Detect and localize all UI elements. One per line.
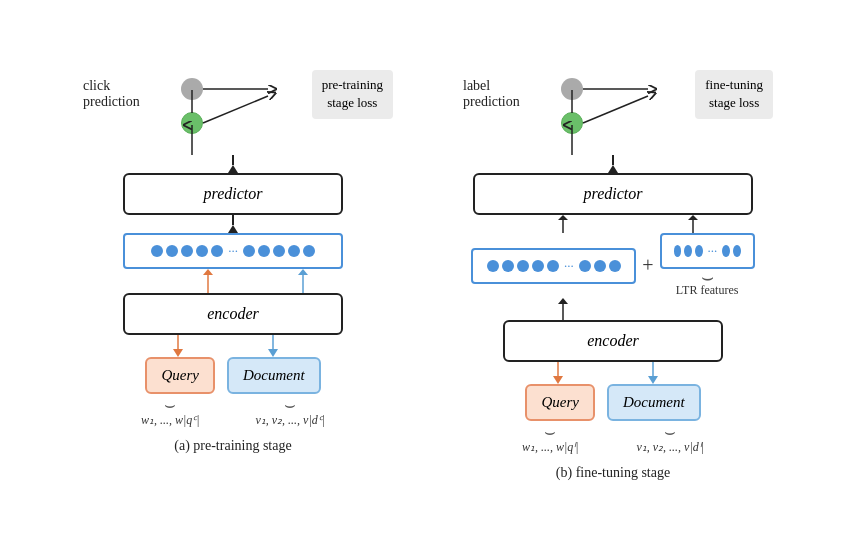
- ft-arrow-line: [612, 155, 614, 165]
- svg-marker-23: [553, 376, 563, 384]
- ft-query-label: Query: [541, 394, 579, 410]
- ft-query-brace-group: ⌣ w₁, ..., w|qˡ|: [522, 425, 579, 454]
- dot-1: [151, 245, 163, 257]
- pre-training-query-label: Query: [161, 367, 199, 383]
- arrow-head: [228, 165, 238, 173]
- svg-marker-25: [648, 376, 658, 384]
- ltr-dot-5: [733, 245, 741, 257]
- pre-training-diagram: click prediction pre-trainingstage loss: [73, 70, 393, 453]
- ft-caption: (b) fine-tuning stage: [556, 465, 670, 481]
- svg-marker-19: [688, 215, 698, 220]
- dot-7: [258, 245, 270, 257]
- ft-input-arrows-svg: [503, 362, 723, 384]
- ft-caption-text: (b) fine-tuning stage: [556, 465, 670, 480]
- ltr-dots-ellipsis: ···: [708, 243, 718, 259]
- svg-marker-5: [203, 269, 213, 275]
- ft-predictor-label: predictor: [584, 185, 643, 202]
- fine-tuning-top-area: label prediction fine-tuningstage loss: [453, 70, 773, 155]
- ft-arrow-head: [608, 165, 618, 173]
- ft-encoder-box: encoder: [503, 320, 723, 362]
- ft-dot-6: [579, 260, 591, 272]
- dot-9: [288, 245, 300, 257]
- ft-encoder-up-svg: [473, 298, 753, 320]
- ft-main-dots-box: ···: [471, 248, 636, 284]
- dot-5: [211, 245, 223, 257]
- pre-training-dots-box: ···: [123, 233, 343, 269]
- ltr-features-label: LTR features: [676, 283, 739, 298]
- pre-training-arrow-to-predictor: [228, 155, 238, 173]
- ft-query-box: Query: [525, 384, 595, 421]
- dot-3: [181, 245, 193, 257]
- pre-training-predictor-label: predictor: [204, 185, 263, 202]
- ft-dots-ellipsis: ···: [564, 258, 574, 274]
- encoder-input-arrows-svg: [123, 335, 343, 357]
- svg-marker-9: [173, 349, 183, 357]
- pre-training-encoder-to-inputs: [123, 335, 343, 357]
- ft-dot-1: [487, 260, 499, 272]
- doc-subscript: v₁, v₂, ..., v|dᶜ|: [255, 413, 325, 428]
- ft-doc-box: Document: [607, 384, 701, 421]
- arrow-head-2: [228, 225, 238, 233]
- fine-tuning-arrows-svg: [453, 70, 773, 155]
- dot-8: [273, 245, 285, 257]
- svg-marker-21: [558, 298, 568, 304]
- pre-training-arrows-svg: [73, 70, 393, 155]
- ft-doc-label: Document: [623, 394, 685, 410]
- ft-dot-8: [609, 260, 621, 272]
- ft-encoder-to-inputs: [503, 362, 723, 384]
- ft-dots-row: ··· + ··· ⌣ LTR features: [471, 233, 754, 298]
- ft-dot-5: [547, 260, 559, 272]
- svg-marker-7: [298, 269, 308, 275]
- ft-input-row: Query Document: [525, 384, 700, 421]
- pre-training-caption: (a) pre-training stage: [174, 438, 291, 454]
- pre-training-arrow-to-dots: [228, 215, 238, 233]
- ft-doc-brace: ⌣: [664, 425, 676, 439]
- svg-marker-17: [558, 215, 568, 220]
- ft-braces: ⌣ w₁, ..., w|qˡ| ⌣ v₁, v₂, ..., v|dˡ|: [503, 425, 723, 454]
- ft-arrows-to-dots: [473, 215, 753, 233]
- arrow-line-2: [232, 215, 234, 225]
- split-arrow-svg: [153, 269, 343, 293]
- doc-brace-group: ⌣ v₁, v₂, ..., v|dᶜ|: [255, 398, 325, 427]
- fine-tuning-diagram: label prediction fine-tuningstage loss: [453, 70, 773, 480]
- pre-training-encoder-label: encoder: [207, 305, 259, 322]
- dots-ellipsis: ···: [228, 243, 238, 259]
- pre-training-input-row: Query Document: [145, 357, 320, 394]
- pre-training-top-area: click prediction pre-trainingstage loss: [73, 70, 393, 155]
- pre-training-split-arrows: [123, 269, 343, 293]
- ltr-dot-1: [674, 245, 682, 257]
- query-brace-group: ⌣ w₁, ..., w|qᶜ|: [141, 398, 200, 427]
- main-container: click prediction pre-trainingstage loss: [0, 50, 846, 500]
- ltr-dot-4: [722, 245, 730, 257]
- dot-2: [166, 245, 178, 257]
- ft-dot-4: [532, 260, 544, 272]
- pre-training-doc-box: Document: [227, 357, 321, 394]
- ft-dots-arrows-svg: [473, 215, 753, 233]
- ltr-wrapper: ··· ⌣ LTR features: [660, 233, 755, 298]
- arrow-line: [232, 155, 234, 165]
- query-brace: ⌣: [164, 398, 176, 412]
- ft-dot-3: [517, 260, 529, 272]
- ltr-dots-box: ···: [660, 233, 755, 269]
- ft-arrow-to-predictor: [608, 155, 618, 173]
- ltr-dot-3: [695, 245, 703, 257]
- ft-query-subscript: w₁, ..., w|qˡ|: [522, 440, 579, 455]
- ft-predictor-box: predictor: [473, 173, 753, 215]
- ft-encoder-label: encoder: [587, 332, 639, 349]
- pre-training-doc-label: Document: [243, 367, 305, 383]
- dot-6: [243, 245, 255, 257]
- ft-encoder-arrows-up: [473, 298, 753, 320]
- doc-brace: ⌣: [284, 398, 296, 412]
- pre-training-caption-text: (a) pre-training stage: [174, 438, 291, 453]
- ltr-dot-2: [684, 245, 692, 257]
- pre-training-encoder-box: encoder: [123, 293, 343, 335]
- ft-doc-subscript: v₁, v₂, ..., v|dˡ|: [636, 440, 704, 455]
- dot-10: [303, 245, 315, 257]
- ft-doc-brace-group: ⌣ v₁, v₂, ..., v|dˡ|: [636, 425, 704, 454]
- svg-line-14: [583, 96, 648, 123]
- pre-training-braces: ⌣ w₁, ..., w|qᶜ| ⌣ v₁, v₂, ..., v|dᶜ|: [123, 398, 343, 427]
- ltr-brace: ⌣: [701, 271, 714, 283]
- svg-marker-11: [268, 349, 278, 357]
- pre-training-predictor-box: predictor: [123, 173, 343, 215]
- ft-dot-7: [594, 260, 606, 272]
